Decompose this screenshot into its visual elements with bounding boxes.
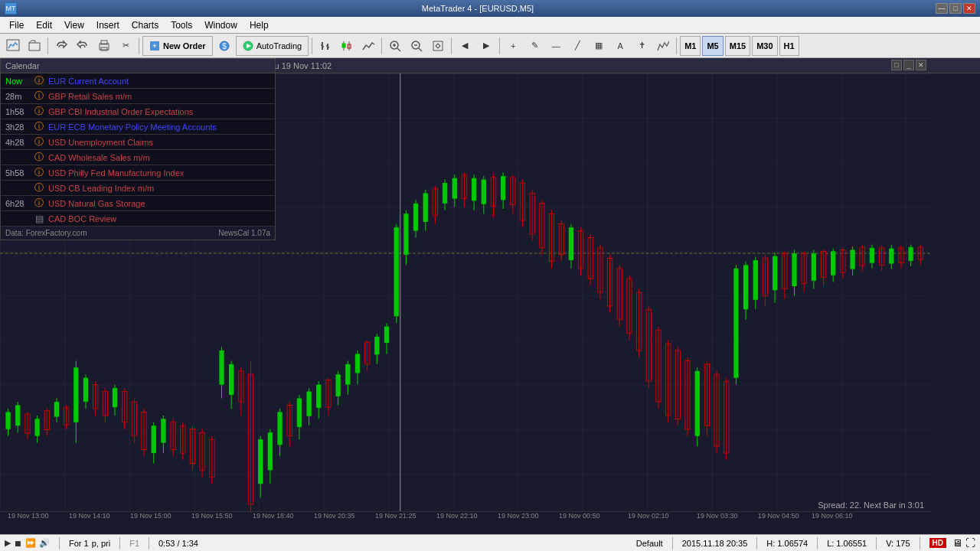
- print-button[interactable]: [94, 36, 114, 56]
- impact-orange-icon: ⓘ: [34, 136, 44, 147]
- svg-rect-93: [277, 412, 282, 445]
- candlestick-button[interactable]: [337, 36, 357, 56]
- toolbar-separator-4: [381, 37, 382, 54]
- chart-close-button[interactable]: ✕: [916, 60, 926, 70]
- time-label-12: 19 Nov 03:30: [697, 512, 738, 520]
- svg-line-26: [419, 48, 422, 51]
- svg-rect-139: [501, 176, 505, 200]
- low-value-status: L: 1.06551: [827, 539, 867, 548]
- fast-forward-button[interactable]: ⏩: [25, 538, 36, 548]
- timeframe-m15[interactable]: M15: [725, 36, 750, 56]
- menu-file[interactable]: File: [3, 18, 30, 32]
- chart-minimize-button[interactable]: _: [903, 60, 914, 70]
- svg-rect-91: [268, 432, 273, 470]
- svg-rect-219: [889, 249, 893, 264]
- calendar-event-text: USD Natural Gas Storage: [48, 199, 270, 208]
- timeframe-m1[interactable]: M1: [680, 36, 701, 56]
- stop-button[interactable]: ⏹: [14, 539, 22, 548]
- impact-orange-icon: ⓘ: [34, 182, 44, 193]
- calendar-event-text: EUR ECB Monetary Policy Meeting Accounts: [48, 122, 270, 132]
- volume-time: 0:53 / 1:34: [158, 539, 198, 548]
- calendar-event-text: EUR Current Account: [48, 77, 270, 86]
- maximize-button[interactable]: □: [949, 3, 962, 14]
- close-button[interactable]: ✕: [963, 3, 975, 14]
- open-button[interactable]: [24, 36, 44, 56]
- cut-button[interactable]: ✂: [116, 36, 136, 56]
- volume-button[interactable]: 🔊: [39, 538, 50, 548]
- timeframe-m5[interactable]: M5: [702, 36, 723, 56]
- svg-rect-117: [394, 227, 399, 316]
- new-order-button[interactable]: + New Order: [142, 36, 213, 56]
- spread-info: Spread: 22. Next Bar in 3:01: [812, 499, 930, 511]
- timeframe-m30[interactable]: M30: [752, 36, 777, 56]
- calendar-rows: NowⓘEUR Current Account28mⓘGBP Retail Sa…: [1, 73, 275, 227]
- svg-rect-109: [355, 354, 360, 373]
- calendar-data-source: Data: ForexFactory.com: [5, 229, 87, 237]
- zoom-in-button[interactable]: [385, 36, 405, 56]
- time-label-8: 19 Nov 22:10: [436, 512, 478, 520]
- chart-container[interactable]: EURUSD,M5 O: 1.06880 H: 1.06887 L: 1.068…: [0, 58, 980, 534]
- redo-button[interactable]: [73, 36, 93, 56]
- text-anchor-button[interactable]: ✝: [632, 36, 652, 56]
- draw-button[interactable]: ✎: [524, 36, 544, 56]
- time-label-14: 19 Nov 06:10: [812, 512, 853, 520]
- svg-rect-18: [342, 44, 345, 47]
- svg-rect-207: [831, 251, 835, 275]
- hline-button[interactable]: —: [546, 36, 566, 56]
- menu-window[interactable]: Window: [198, 18, 243, 32]
- svg-rect-59: [113, 388, 117, 407]
- calendar-event-text: GBP CBI Industrial Order Expectations: [48, 107, 270, 116]
- text-button[interactable]: A: [610, 36, 630, 56]
- chart-restore-button[interactable]: □: [891, 60, 902, 70]
- svg-rect-47: [54, 402, 59, 417]
- fit-button[interactable]: [428, 36, 448, 56]
- time-axis: 19 Nov 13:00 19 Nov 14:10 19 Nov 15:00 1…: [0, 511, 930, 534]
- svg-rect-129: [452, 178, 457, 199]
- zoom-out-button[interactable]: [407, 36, 426, 56]
- time-label-4: 19 Nov 15:50: [191, 512, 233, 520]
- impact-orange-icon: ⓘ: [34, 75, 44, 86]
- svg-rect-69: [161, 419, 165, 442]
- svg-rect-1: [29, 43, 40, 51]
- menu-charts[interactable]: Charts: [126, 18, 165, 32]
- menu-view[interactable]: View: [58, 18, 90, 32]
- indicator-button[interactable]: [653, 36, 673, 56]
- volume-value: V: 175: [886, 539, 910, 548]
- play-button[interactable]: ▶: [5, 538, 11, 548]
- fullscreen-icon[interactable]: ⛶: [965, 537, 975, 549]
- window-controls: — □ ✕: [936, 3, 975, 14]
- undo-button[interactable]: [51, 36, 71, 56]
- order-icon[interactable]: $: [214, 36, 234, 56]
- toolbar-separator-6: [499, 37, 500, 54]
- impact-grey-icon: ▤: [35, 214, 44, 224]
- toolbar-separator-2: [139, 37, 139, 54]
- timeframe-h1[interactable]: H1: [779, 36, 799, 56]
- svg-rect-105: [335, 374, 340, 396]
- menu-edit[interactable]: Edit: [30, 18, 58, 32]
- svg-rect-67: [152, 425, 156, 453]
- time-label-5: 19 Nov 18:40: [253, 512, 294, 520]
- trendline-button[interactable]: ╱: [567, 36, 587, 56]
- calendar-row-0: NowⓘEUR Current Account: [1, 73, 275, 89]
- calendar-row-2: 1h58ⓘGBP CBI Industrial Order Expectatio…: [1, 104, 275, 119]
- monitor-icons: 🖥 ⛶: [952, 537, 975, 549]
- svg-rect-97: [297, 399, 302, 428]
- bar-chart-button[interactable]: [315, 36, 335, 56]
- svg-rect-153: [569, 227, 573, 260]
- menu-insert[interactable]: Insert: [90, 18, 126, 32]
- low-section: L: 1.06551: [827, 539, 867, 548]
- new-chart-button[interactable]: [3, 36, 23, 56]
- recording-section: HD: [929, 538, 946, 548]
- menu-tools[interactable]: Tools: [165, 18, 198, 32]
- calendar-row-3: 3h28ⓘEUR ECB Monetary Policy Meeting Acc…: [1, 119, 275, 135]
- menu-help[interactable]: Help: [243, 18, 275, 32]
- period-right-button[interactable]: ▶: [476, 36, 496, 56]
- status-divider-5: [756, 537, 757, 549]
- minimize-button[interactable]: —: [936, 3, 948, 14]
- line-chart-button[interactable]: [358, 36, 378, 56]
- autotrading-button[interactable]: AutoTrading: [236, 36, 309, 56]
- f1-section: F1: [129, 539, 139, 548]
- period-left-button[interactable]: ◀: [455, 36, 475, 56]
- cross-button[interactable]: +: [503, 36, 523, 56]
- fibretracement-button[interactable]: ▦: [589, 36, 609, 56]
